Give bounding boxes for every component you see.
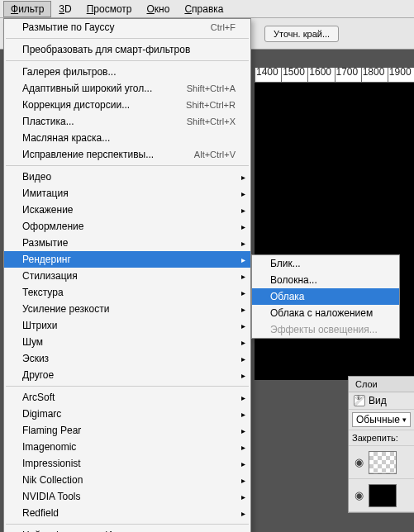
menu-item-plugin-digimarc[interactable]: Digimarc — [4, 406, 250, 422]
menu-filter[interactable]: Фильтр — [3, 1, 51, 17]
menu-item-render[interactable]: Рендеринг — [4, 251, 250, 268]
menu-item-video[interactable]: Видео — [4, 169, 250, 185]
menu-separator — [6, 165, 249, 166]
submenu-item-clouds[interactable]: Облака — [252, 288, 399, 305]
menu-item-brush-strokes[interactable]: Штрихи — [4, 317, 250, 334]
menu-separator — [6, 60, 249, 61]
lock-label: Закрепить: — [349, 430, 414, 446]
ruler-tick: 1500 — [281, 68, 307, 82]
menu-item-sketch[interactable]: Эскиз — [4, 350, 250, 367]
menu-item-stylize-design[interactable]: Оформление — [4, 218, 250, 235]
menu-item-blur[interactable]: Размытие — [4, 235, 250, 251]
submenu-item-lens-flare[interactable]: Блик... — [252, 255, 399, 272]
layer-row[interactable]: ◉ — [349, 446, 414, 479]
ruler-tick: 1400 — [255, 68, 281, 82]
menu-separator — [6, 386, 249, 387]
menu-item-plugin-impressionist[interactable]: Impressionist — [4, 455, 250, 472]
menu-window[interactable]: Окно — [140, 1, 178, 17]
menu-item-browse-filters-online[interactable]: Найти фильтры в Интернете... — [4, 527, 250, 532]
blend-mode-select[interactable]: Обычные — [349, 410, 414, 430]
render-submenu: Блик... Волокна... Облака Облака с налож… — [251, 254, 400, 339]
menu-item-artistic[interactable]: Имитация — [4, 185, 250, 202]
menu-item-last-filter[interactable]: Размытие по ГауссуCtrl+F — [4, 19, 250, 36]
ruler-tick: 1700 — [335, 68, 361, 82]
menu-view[interactable]: Просмотр — [79, 1, 140, 17]
menu-item-sharpen[interactable]: Усиление резкости — [4, 301, 250, 317]
ruler-tick: 1900 — [388, 68, 414, 82]
menu-item-plugin-arcsoft[interactable]: ArcSoft — [4, 389, 250, 406]
ruler-tick: 1800 — [361, 68, 388, 82]
menu-item-filter-gallery[interactable]: Галерея фильтров... — [4, 64, 250, 80]
ruler-horizontal: 1400 1500 1600 1700 1800 1900 — [255, 68, 414, 83]
menu-item-plugin-nvidia-tools[interactable]: NVIDIA Tools — [4, 488, 250, 505]
menu-item-liquify[interactable]: Пластика...Shift+Ctrl+X — [4, 113, 250, 130]
menu-item-plugin-imagenomic[interactable]: Imagenomic — [4, 439, 250, 455]
menu-item-plugin-nik-collection[interactable]: Nik Collection — [4, 472, 250, 488]
menu-item-convert-smart[interactable]: Преобразовать для смарт-фильтров — [4, 41, 250, 58]
layers-filter-kind[interactable]: Вид — [349, 392, 414, 410]
menu-item-stylize[interactable]: Стилизация — [4, 268, 250, 284]
submenu-item-lighting-effects: Эффекты освещения... — [252, 321, 399, 338]
layers-panel: Слои Вид Обычные Закрепить: ◉ ◉ — [348, 376, 414, 513]
menu-item-texture[interactable]: Текстура — [4, 284, 250, 301]
kind-filter-icon — [354, 395, 365, 406]
ruler-tick: 1600 — [307, 68, 334, 82]
blend-mode-value: Обычные — [356, 414, 400, 425]
menu-separator — [6, 524, 249, 525]
refine-edge-button[interactable]: Уточн. край... — [264, 26, 339, 42]
menu-3d[interactable]: 3D — [51, 1, 79, 17]
menu-item-plugin-redfield[interactable]: Redfield — [4, 505, 250, 521]
submenu-item-difference-clouds[interactable]: Облака с наложением — [252, 305, 399, 321]
menubar: Фильтр 3D Просмотр Окно Справка — [0, 0, 414, 18]
menu-item-other[interactable]: Другое — [4, 367, 250, 383]
layers-panel-tab[interactable]: Слои — [349, 377, 414, 392]
menu-help[interactable]: Справка — [177, 1, 231, 17]
menu-item-oil-paint[interactable]: Масляная краска... — [4, 130, 250, 146]
menu-item-noise[interactable]: Шум — [4, 334, 250, 350]
submenu-item-fibers[interactable]: Волокна... — [252, 272, 399, 288]
kind-filter-label: Вид — [369, 395, 387, 406]
menu-item-adaptive-wide-angle[interactable]: Адаптивный широкий угол...Shift+Ctrl+A — [4, 80, 250, 97]
layer-thumbnail[interactable] — [369, 484, 397, 507]
layer-row[interactable]: ◉ — [349, 479, 414, 512]
menu-item-vanishing-point[interactable]: Исправление перспективы...Alt+Ctrl+V — [4, 146, 250, 163]
menu-item-distort[interactable]: Искажение — [4, 202, 250, 218]
menu-separator — [6, 38, 249, 39]
layer-thumbnail[interactable] — [369, 451, 397, 474]
filter-menu-dropdown: Размытие по ГауссуCtrl+F Преобразовать д… — [3, 18, 251, 532]
menu-item-plugin-flaming-pear[interactable]: Flaming Pear — [4, 422, 250, 439]
visibility-toggle-icon[interactable]: ◉ — [352, 456, 365, 468]
menu-item-lens-correction[interactable]: Коррекция дисторсии...Shift+Ctrl+R — [4, 97, 250, 113]
visibility-toggle-icon[interactable]: ◉ — [352, 489, 365, 501]
